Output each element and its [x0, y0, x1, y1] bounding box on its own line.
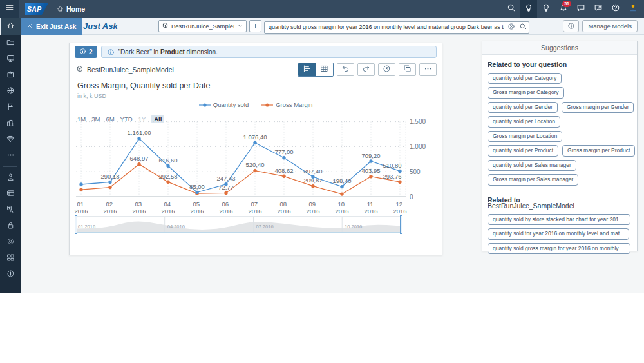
svg-text:04.2016: 04.2016 [167, 224, 185, 230]
suggestion-chip[interactable]: Gross margin per Product [562, 145, 635, 156]
suggestion-chip[interactable]: Gross margin per Category [488, 87, 564, 98]
svg-text:2016: 2016 [335, 208, 348, 215]
bulb-icon [524, 3, 533, 15]
suggestion-chip[interactable]: Gross margin per Sales manager [488, 174, 578, 185]
redo-button[interactable] [357, 63, 375, 76]
suggestion-chip[interactable]: quantity sold for year 2016 on monthly l… [488, 228, 629, 239]
suggestion-chip[interactable]: quantity sold per Product [488, 145, 558, 156]
info-icon [107, 48, 115, 56]
model-selector[interactable]: BestRunJuice_SampleM... (1) [158, 20, 247, 32]
sidebar-item-profile[interactable] [0, 170, 21, 186]
screen-icon [6, 54, 15, 65]
sidebar-item-home[interactable] [0, 18, 21, 35]
info-button[interactable] [563, 20, 579, 32]
exit-just-ask-button[interactable]: Exit Just Ask [21, 18, 82, 35]
legend-item[interactable]: Gross Margin [261, 101, 312, 108]
help-button[interactable] [607, 0, 624, 18]
related-question-chips: quantity sold per CategoryGross margin p… [488, 73, 632, 186]
navigator-right-handle[interactable] [400, 215, 402, 234]
chip-row: quantity sold per Sales manager [488, 160, 632, 171]
sidebar-item-organization[interactable] [0, 115, 21, 132]
translate-icon [6, 204, 15, 216]
svg-text:07.: 07. [251, 201, 259, 208]
chip-row: quantity sold per GenderGross margin per… [488, 102, 632, 113]
model-cube-icon [162, 22, 169, 30]
more-actions-button[interactable] [419, 63, 437, 76]
sidebar-item-cards[interactable] [0, 186, 21, 202]
add-model-button[interactable] [249, 20, 261, 32]
suggestion-chip[interactable]: quantity sold by store stacked bar chart… [488, 214, 630, 225]
copy-button[interactable] [399, 63, 416, 76]
chip-row: quantity sold per Location [488, 116, 632, 127]
suggestion-chip[interactable]: quantity sold gross margin for year 2016… [488, 243, 630, 254]
sidebar-item-extensions[interactable] [0, 67, 21, 83]
svg-text:397,40: 397,40 [303, 168, 322, 175]
search-button[interactable] [502, 0, 520, 18]
close-icon [26, 23, 33, 30]
undo-button[interactable] [337, 63, 354, 76]
chip-row: Gross margin per Category [488, 87, 632, 98]
svg-text:2016: 2016 [306, 208, 319, 215]
sac-application: SAP Home 51 Exit Just Ask Just Ask BestR… [0, 0, 644, 293]
search-icon[interactable] [519, 21, 527, 33]
sidebar-item-administration[interactable] [0, 234, 21, 250]
clear-icon[interactable] [507, 21, 515, 33]
svg-text:10.: 10. [337, 201, 346, 208]
svg-text:02.: 02. [106, 201, 114, 208]
svg-text:2016: 2016 [364, 208, 377, 215]
related-model-chips: quantity sold by store stacked bar chart… [488, 214, 632, 254]
sidebar-item-app-catalog[interactable] [0, 250, 21, 266]
explore-button[interactable] [378, 63, 395, 76]
legend-item[interactable]: Quantity sold [199, 101, 249, 108]
bulb-icon [542, 3, 551, 15]
sidebar-item-about[interactable] [0, 266, 21, 282]
svg-text:11.: 11. [367, 201, 375, 208]
main-menu-button[interactable] [0, 0, 19, 18]
discussions-button[interactable] [572, 0, 589, 18]
question-input[interactable] [264, 21, 529, 34]
sidebar-item-modeler[interactable] [0, 132, 21, 148]
sidebar-item-security[interactable] [0, 218, 21, 234]
suggestion-chip[interactable]: Gross margin per Location [488, 131, 562, 142]
ai-assistant-button[interactable] [520, 0, 537, 18]
sidebar-item-more[interactable] [0, 148, 21, 164]
chart-view-button[interactable] [298, 63, 316, 76]
breadcrumb-home[interactable]: Home [57, 5, 85, 14]
sidebar-item-presentations[interactable] [0, 51, 21, 67]
svg-text:198,40: 198,40 [332, 177, 351, 184]
sidebar-item-browse[interactable] [0, 83, 21, 99]
user-profile-button[interactable] [624, 0, 641, 18]
chart-canvas[interactable]: 05001.0001.50001.201602.201603.201604.20… [73, 119, 438, 219]
interpretation-count: 2 [89, 48, 93, 55]
legend-marker [261, 103, 273, 108]
plus-icon [252, 21, 259, 32]
suggestion-chip[interactable]: quantity sold per Gender [488, 102, 558, 113]
sidebar-divider [3, 166, 17, 167]
navigator-left-handle[interactable] [75, 215, 77, 234]
suggestion-chip[interactable]: Gross margin per Gender [562, 102, 634, 113]
notifications-button[interactable]: 51 [554, 0, 572, 18]
time-navigator[interactable]: 01.201604.201607.201610.2016 [76, 216, 401, 233]
collaboration-button[interactable] [589, 0, 607, 18]
folder-icon [6, 37, 15, 49]
svg-text:293,76: 293,76 [383, 173, 401, 180]
chart-title: Gross Margin, Quantity sold per Date [77, 81, 210, 90]
manage-models-button[interactable]: Manage Models [582, 20, 638, 32]
sidebar-item-files[interactable] [0, 35, 21, 51]
suggestions-body: Related to your question quantity sold p… [482, 55, 637, 261]
table-view-button[interactable] [316, 63, 333, 76]
smart-insights-button[interactable] [537, 0, 554, 18]
search-icon [507, 3, 516, 15]
suggestion-chip[interactable]: quantity sold per Category [488, 73, 562, 84]
suggestion-chip[interactable]: quantity sold per Location [488, 116, 560, 127]
interpretation-badge[interactable]: 2 [75, 46, 97, 58]
suggestion-chip[interactable]: quantity sold per Sales manager [488, 160, 576, 171]
chip-row: quantity sold per Category [488, 73, 632, 84]
suggestions-header: Suggestions [482, 41, 637, 55]
svg-text:2016: 2016 [74, 208, 88, 215]
svg-text:290,18: 290,18 [100, 173, 119, 180]
svg-text:648,97: 648,97 [129, 155, 148, 162]
sidebar-item-missions[interactable] [0, 99, 21, 115]
svg-text:08.: 08. [279, 201, 288, 208]
sidebar-item-translation[interactable] [0, 202, 21, 218]
